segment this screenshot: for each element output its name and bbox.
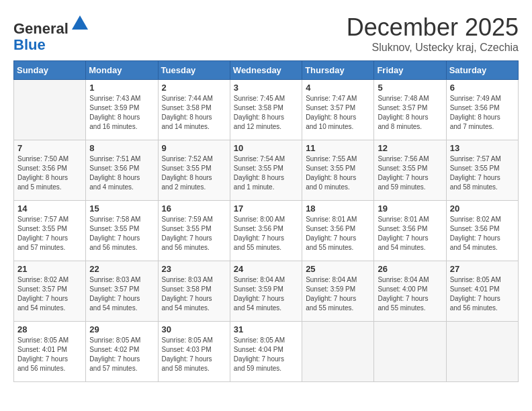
calendar-week-row: 7Sunrise: 7:50 AMSunset: 3:56 PMDaylight… <box>14 140 519 201</box>
table-row: 13Sunrise: 7:57 AMSunset: 3:55 PMDayligh… <box>446 140 518 201</box>
day-number: 25 <box>306 264 370 274</box>
day-number: 3 <box>234 83 298 93</box>
day-info: Sunrise: 7:43 AMSunset: 3:59 PMDaylight:… <box>89 94 154 132</box>
day-info: Sunrise: 7:50 AMSunset: 3:56 PMDaylight:… <box>17 154 82 192</box>
logo: General Blue <box>13 13 90 53</box>
table-row: 16Sunrise: 7:59 AMSunset: 3:55 PMDayligh… <box>158 201 230 261</box>
day-number: 16 <box>162 203 226 214</box>
table-row: 31Sunrise: 8:05 AMSunset: 4:04 PMDayligh… <box>230 322 302 382</box>
day-info: Sunrise: 8:05 AMSunset: 4:02 PMDaylight:… <box>89 336 154 373</box>
table-row: 5Sunrise: 7:48 AMSunset: 3:57 PMDaylight… <box>374 80 446 140</box>
table-row: 10Sunrise: 7:54 AMSunset: 3:55 PMDayligh… <box>230 140 302 201</box>
day-number: 28 <box>17 324 82 334</box>
col-sunday: Sunday <box>14 61 86 80</box>
table-row: 23Sunrise: 8:03 AMSunset: 3:58 PMDayligh… <box>158 261 230 322</box>
day-info: Sunrise: 7:51 AMSunset: 3:56 PMDaylight:… <box>89 154 154 192</box>
day-number: 13 <box>450 143 515 153</box>
logo-blue-text: Blue <box>13 36 46 53</box>
table-row: 24Sunrise: 8:04 AMSunset: 3:59 PMDayligh… <box>230 261 302 322</box>
location: Sluknov, Ustecky kraj, Czechia <box>347 42 519 54</box>
day-number: 8 <box>89 143 154 153</box>
logo-icon <box>70 13 90 34</box>
table-row: 22Sunrise: 8:03 AMSunset: 3:57 PMDayligh… <box>86 261 158 322</box>
day-info: Sunrise: 7:47 AMSunset: 3:57 PMDaylight:… <box>306 94 370 132</box>
col-saturday: Saturday <box>446 61 518 80</box>
day-info: Sunrise: 8:01 AMSunset: 3:56 PMDaylight:… <box>306 215 370 253</box>
day-info: Sunrise: 7:45 AMSunset: 3:58 PMDaylight:… <box>234 94 298 132</box>
table-row: 9Sunrise: 7:52 AMSunset: 3:55 PMDaylight… <box>158 140 230 201</box>
day-number: 24 <box>234 264 298 274</box>
col-monday: Monday <box>86 61 158 80</box>
table-row: 7Sunrise: 7:50 AMSunset: 3:56 PMDaylight… <box>14 140 86 201</box>
table-row: 11Sunrise: 7:55 AMSunset: 3:55 PMDayligh… <box>302 140 374 201</box>
table-row: 4Sunrise: 7:47 AMSunset: 3:57 PMDaylight… <box>302 80 374 140</box>
table-row: 21Sunrise: 8:02 AMSunset: 3:57 PMDayligh… <box>14 261 86 322</box>
table-row <box>374 322 446 382</box>
day-number: 14 <box>17 203 82 214</box>
day-number: 10 <box>234 143 298 153</box>
table-row <box>14 80 86 140</box>
calendar-header-row: Sunday Monday Tuesday Wednesday Thursday… <box>14 61 519 80</box>
day-info: Sunrise: 8:02 AMSunset: 3:56 PMDaylight:… <box>450 215 515 253</box>
day-info: Sunrise: 8:04 AMSunset: 3:59 PMDaylight:… <box>306 275 370 313</box>
day-number: 26 <box>378 264 442 274</box>
day-info: Sunrise: 7:55 AMSunset: 3:55 PMDaylight:… <box>306 154 370 192</box>
calendar-week-row: 21Sunrise: 8:02 AMSunset: 3:57 PMDayligh… <box>14 261 519 322</box>
col-thursday: Thursday <box>302 61 374 80</box>
table-row: 14Sunrise: 7:57 AMSunset: 3:55 PMDayligh… <box>14 201 86 261</box>
table-row: 12Sunrise: 7:56 AMSunset: 3:55 PMDayligh… <box>374 140 446 201</box>
day-info: Sunrise: 7:57 AMSunset: 3:55 PMDaylight:… <box>17 215 82 253</box>
table-row: 18Sunrise: 8:01 AMSunset: 3:56 PMDayligh… <box>302 201 374 261</box>
day-info: Sunrise: 8:03 AMSunset: 3:58 PMDaylight:… <box>162 275 226 313</box>
day-number: 21 <box>17 264 82 274</box>
col-wednesday: Wednesday <box>230 61 302 80</box>
day-number: 9 <box>162 143 226 153</box>
table-row: 8Sunrise: 7:51 AMSunset: 3:56 PMDaylight… <box>86 140 158 201</box>
day-info: Sunrise: 7:44 AMSunset: 3:58 PMDaylight:… <box>162 94 226 132</box>
day-info: Sunrise: 8:04 AMSunset: 4:00 PMDaylight:… <box>378 275 442 313</box>
table-row: 27Sunrise: 8:05 AMSunset: 4:01 PMDayligh… <box>446 261 518 322</box>
day-info: Sunrise: 8:05 AMSunset: 4:03 PMDaylight:… <box>162 336 226 373</box>
day-info: Sunrise: 7:49 AMSunset: 3:56 PMDaylight:… <box>450 94 515 132</box>
day-number: 20 <box>450 203 515 214</box>
day-info: Sunrise: 7:54 AMSunset: 3:55 PMDaylight:… <box>234 154 298 192</box>
table-row: 15Sunrise: 7:58 AMSunset: 3:55 PMDayligh… <box>86 201 158 261</box>
table-row: 2Sunrise: 7:44 AMSunset: 3:58 PMDaylight… <box>158 80 230 140</box>
day-number: 17 <box>234 203 298 214</box>
day-number: 22 <box>89 264 154 274</box>
day-number: 11 <box>306 143 370 153</box>
day-number: 31 <box>234 324 298 334</box>
table-row: 28Sunrise: 8:05 AMSunset: 4:01 PMDayligh… <box>14 322 86 382</box>
day-info: Sunrise: 8:01 AMSunset: 3:56 PMDaylight:… <box>378 215 442 253</box>
day-info: Sunrise: 8:05 AMSunset: 4:01 PMDaylight:… <box>450 275 515 313</box>
table-row: 30Sunrise: 8:05 AMSunset: 4:03 PMDayligh… <box>158 322 230 382</box>
day-info: Sunrise: 7:57 AMSunset: 3:55 PMDaylight:… <box>450 154 515 192</box>
day-number: 1 <box>89 83 154 93</box>
day-info: Sunrise: 7:52 AMSunset: 3:55 PMDaylight:… <box>162 154 226 192</box>
col-friday: Friday <box>374 61 446 80</box>
day-info: Sunrise: 8:05 AMSunset: 4:01 PMDaylight:… <box>17 336 82 373</box>
day-info: Sunrise: 8:05 AMSunset: 4:04 PMDaylight:… <box>234 336 298 373</box>
day-number: 2 <box>162 83 226 93</box>
day-info: Sunrise: 7:59 AMSunset: 3:55 PMDaylight:… <box>162 215 226 253</box>
day-number: 15 <box>89 203 154 214</box>
day-info: Sunrise: 8:04 AMSunset: 3:59 PMDaylight:… <box>234 275 298 313</box>
table-row <box>302 322 374 382</box>
table-row: 19Sunrise: 8:01 AMSunset: 3:56 PMDayligh… <box>374 201 446 261</box>
page-header: General Blue December 2025 Sluknov, Uste… <box>13 13 519 54</box>
month-title: December 2025 <box>347 13 519 42</box>
col-tuesday: Tuesday <box>158 61 230 80</box>
logo-general-text: General <box>13 20 69 37</box>
table-row: 26Sunrise: 8:04 AMSunset: 4:00 PMDayligh… <box>374 261 446 322</box>
table-row: 6Sunrise: 7:49 AMSunset: 3:56 PMDaylight… <box>446 80 518 140</box>
table-row: 3Sunrise: 7:45 AMSunset: 3:58 PMDaylight… <box>230 80 302 140</box>
day-number: 27 <box>450 264 515 274</box>
day-info: Sunrise: 8:03 AMSunset: 3:57 PMDaylight:… <box>89 275 154 313</box>
day-number: 7 <box>17 143 82 153</box>
calendar-table: Sunday Monday Tuesday Wednesday Thursday… <box>13 60 519 382</box>
table-row: 1Sunrise: 7:43 AMSunset: 3:59 PMDaylight… <box>86 80 158 140</box>
svg-marker-0 <box>72 15 88 30</box>
table-row: 29Sunrise: 8:05 AMSunset: 4:02 PMDayligh… <box>86 322 158 382</box>
day-number: 4 <box>306 83 370 93</box>
table-row: 17Sunrise: 8:00 AMSunset: 3:56 PMDayligh… <box>230 201 302 261</box>
